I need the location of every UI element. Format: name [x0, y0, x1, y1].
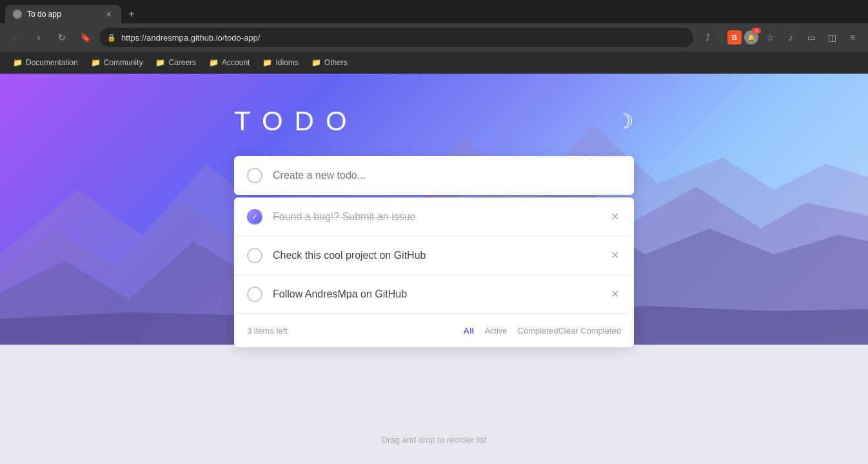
page-content: TODO ☽ Found a bug!? Submit an issue ✕ — [0, 74, 868, 464]
active-tab[interactable]: To do app ✕ — [5, 5, 121, 23]
filter-all-button[interactable]: All — [464, 326, 475, 336]
tab-title: To do app — [27, 10, 98, 19]
menu-icon[interactable]: ≡ — [843, 28, 862, 46]
delete-todo-button[interactable]: ✕ — [608, 249, 621, 262]
todo-list: Found a bug!? Submit an issue ✕ Check th… — [234, 197, 634, 347]
folder-icon: 📁 — [13, 58, 23, 67]
wallet-icon[interactable]: ◫ — [823, 28, 841, 46]
bookmarks-bar: 📁 Documentation 📁 Community 📁 Careers 📁 … — [0, 52, 868, 74]
filter-group: All Active Completed — [464, 326, 558, 336]
bookmark-community[interactable]: 📁 Community — [86, 56, 148, 69]
refresh-button[interactable]: ↻ — [53, 28, 71, 46]
tab-favicon — [13, 10, 22, 19]
bookmark-others[interactable]: 📁 Others — [306, 56, 353, 69]
folder-icon: 📁 — [155, 58, 165, 67]
todo-item-text: Follow AndresMpa on GitHub — [273, 288, 598, 300]
toolbar-divider — [722, 31, 722, 44]
todo-item-text: Check this cool project on GitHub — [273, 250, 598, 261]
bookmark-label: Others — [324, 58, 348, 67]
items-left-count: 3 items left — [247, 326, 464, 336]
notification-badge: 1 — [752, 28, 761, 34]
new-todo-circle-button[interactable] — [247, 168, 262, 183]
todo-container: TODO ☽ Found a bug!? Submit an issue ✕ — [234, 74, 634, 347]
bookmark-label: Documentation — [26, 58, 78, 67]
todo-item: Found a bug!? Submit an issue ✕ — [234, 197, 634, 236]
brave-shield-icon[interactable]: B — [727, 30, 742, 45]
new-todo-input-container — [234, 156, 634, 195]
share-icon[interactable]: ⤴ — [698, 28, 716, 46]
toolbar-actions: ⤴ B 🔔 1 ☆ ♪ ▭ ◫ ≡ — [698, 28, 862, 46]
bookmark-label: Account — [222, 58, 250, 67]
folder-icon: 📁 — [209, 58, 219, 67]
title-bar: To do app ✕ + — [0, 0, 868, 23]
todo-checkbox[interactable] — [247, 248, 262, 263]
lock-icon: 🔒 — [107, 34, 116, 42]
drag-hint: Drag and drop to reorder list — [382, 435, 487, 445]
tab-strip: To do app ✕ + — [5, 0, 141, 23]
page-lower — [0, 345, 868, 464]
bookmark-account[interactable]: 📁 Account — [204, 56, 255, 69]
address-bar[interactable]: 🔒 https://andresmpa.github.io/todo-app/ — [99, 28, 693, 47]
bookmark-button[interactable]: 🔖 — [76, 28, 94, 46]
folder-icon: 📁 — [91, 58, 101, 67]
forward-button[interactable]: › — [30, 28, 48, 46]
todo-footer: 3 items left All Active Completed Clear … — [234, 314, 634, 347]
bookmark-documentation[interactable]: 📁 Documentation — [8, 56, 83, 69]
clear-completed-button[interactable]: Clear Completed — [558, 326, 621, 336]
sidebar-icon[interactable]: ▭ — [802, 28, 820, 46]
browser-window: To do app ✕ + ‹ › ↻ 🔖 🔒 https://andresmp… — [0, 0, 868, 464]
bookmark-careers[interactable]: 📁 Careers — [150, 56, 201, 69]
todo-item: Follow AndresMpa on GitHub ✕ — [234, 275, 634, 314]
todo-item: Check this cool project on GitHub ✕ — [234, 236, 634, 275]
tab-close-button[interactable]: ✕ — [103, 9, 113, 19]
star-icon[interactable]: ☆ — [761, 28, 779, 46]
music-icon[interactable]: ♪ — [782, 28, 800, 46]
filter-active-button[interactable]: Active — [484, 326, 507, 336]
todo-checkbox[interactable] — [247, 287, 262, 302]
bookmark-label: Community — [104, 58, 143, 67]
bookmark-label: Idioms — [275, 58, 298, 67]
notification-icon[interactable]: 🔔 1 — [744, 30, 758, 45]
new-todo-text-field[interactable] — [273, 170, 621, 181]
bookmark-idioms[interactable]: 📁 Idioms — [257, 56, 303, 69]
browser-toolbar: ‹ › ↻ 🔖 🔒 https://andresmpa.github.io/to… — [0, 23, 868, 52]
folder-icon: 📁 — [262, 58, 272, 67]
folder-icon: 📁 — [311, 58, 321, 67]
delete-todo-button[interactable]: ✕ — [608, 288, 621, 301]
todo-title: TODO — [234, 106, 359, 137]
todo-item-text: Found a bug!? Submit an issue — [273, 211, 598, 223]
todo-header: TODO ☽ — [234, 74, 634, 156]
moon-icon[interactable]: ☽ — [615, 109, 634, 134]
todo-checkbox[interactable] — [247, 209, 262, 225]
url-text: https://andresmpa.github.io/todo-app/ — [121, 33, 260, 43]
bookmark-label: Careers — [168, 58, 196, 67]
new-tab-button[interactable]: + — [123, 5, 141, 23]
back-button[interactable]: ‹ — [6, 28, 25, 46]
delete-todo-button[interactable]: ✕ — [608, 210, 621, 223]
filter-completed-button[interactable]: Completed — [518, 326, 558, 336]
